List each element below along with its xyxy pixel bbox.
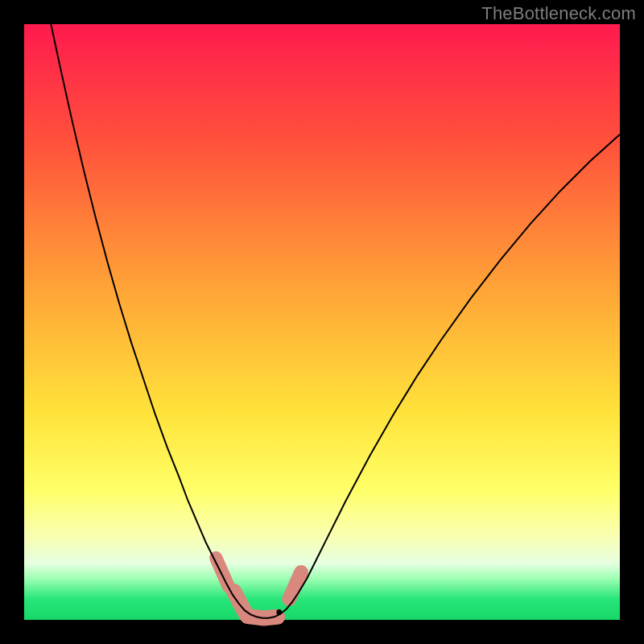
chart-frame: TheBottleneck.com: [0, 0, 644, 644]
bottleneck-chart: [24, 24, 620, 620]
plot-background: [24, 24, 620, 620]
attribution-label: TheBottleneck.com: [481, 3, 636, 24]
